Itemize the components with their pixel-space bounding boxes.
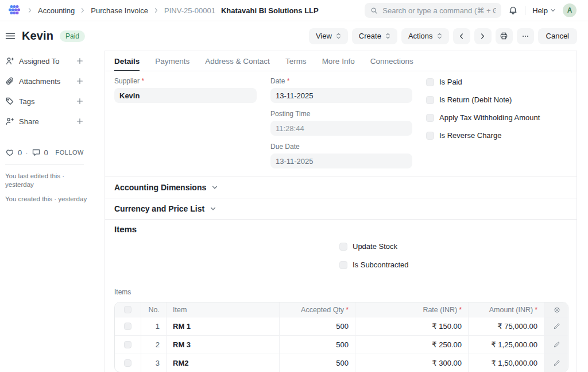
add-attachment-button[interactable] (76, 77, 84, 85)
sidebar-item-attachments: Attachments (5, 76, 84, 86)
rate-cell[interactable]: ₹ 250.00 (355, 336, 468, 354)
checkbox-box[interactable] (426, 132, 434, 140)
tab-more-info[interactable]: More Info (322, 51, 355, 71)
amount-cell[interactable]: ₹ 1,25,000.00 (468, 336, 544, 354)
checkbox-box[interactable] (426, 96, 434, 104)
item-cell[interactable]: RM 3 (166, 336, 279, 354)
next-document-button[interactable] (474, 28, 492, 44)
supplier-field[interactable] (114, 88, 257, 103)
search-input[interactable] (382, 6, 496, 15)
item-cell[interactable]: RM2 (166, 354, 279, 372)
date-field[interactable] (270, 88, 412, 103)
menu-ellipsis-button[interactable] (517, 28, 534, 44)
row-checkbox[interactable] (124, 341, 131, 348)
print-button[interactable] (496, 28, 513, 44)
update-stock-label: Update Stock (353, 242, 397, 251)
last-edited-text: You last edited this · yesterday (5, 172, 91, 189)
apply-tax-withholding-checkbox[interactable]: Apply Tax Withholding Amount (426, 113, 568, 122)
checkbox-box[interactable] (339, 243, 347, 251)
tab-payments[interactable]: Payments (155, 51, 189, 71)
frappe-logo-icon[interactable] (7, 4, 22, 17)
row-checkbox[interactable] (124, 323, 131, 330)
add-share-button[interactable] (76, 117, 84, 125)
rate-cell[interactable]: ₹ 150.00 (355, 317, 468, 335)
items-grid-row: 1 RM 1 500 ₹ 150.00 ₹ 75,000.00 (115, 317, 568, 335)
cancel-button[interactable]: Cancel (538, 28, 577, 44)
chevron-right-icon (479, 32, 486, 40)
comment-icon[interactable] (32, 148, 41, 157)
printer-icon (500, 32, 508, 40)
user-avatar[interactable]: A (563, 3, 577, 17)
chevron-down-icon (211, 184, 218, 191)
follow-button[interactable]: FOLLOW (56, 149, 84, 156)
tab-address-contact[interactable]: Address & Contact (205, 51, 270, 71)
qty-cell[interactable]: 500 (279, 317, 355, 335)
row-index: 1 (141, 317, 166, 335)
notification-bell-icon[interactable] (508, 6, 518, 16)
is-subcontracted-checkbox[interactable]: Is Subcontracted (339, 260, 567, 269)
grid-settings-gear-icon[interactable] (553, 306, 561, 314)
breadcrumb-invoice-id[interactable]: PINV-25-00001 (164, 6, 215, 15)
edit-row-pencil-icon[interactable] (553, 323, 560, 330)
amount-cell[interactable]: ₹ 75,000.00 (468, 317, 544, 335)
sidebar-item-tags: Tags (5, 97, 84, 106)
social-row: 0 · 0 FOLLOW (5, 148, 84, 157)
help-menu[interactable]: Help (532, 6, 556, 15)
previous-document-button[interactable] (453, 28, 470, 44)
assign-user-icon (5, 56, 14, 66)
qty-cell[interactable]: 500 (279, 336, 355, 354)
is-reverse-charge-label: Is Reverse Charge (439, 131, 501, 140)
breadcrumb-accounting[interactable]: Accounting (38, 6, 75, 15)
checkbox-box[interactable] (339, 261, 347, 269)
currency-price-list-section-toggle[interactable]: Currency and Price List (105, 198, 577, 219)
chevron-down-icon (210, 205, 216, 212)
edit-row-pencil-icon[interactable] (553, 359, 560, 367)
select-all-checkbox[interactable] (124, 306, 131, 313)
ellipsis-icon (521, 32, 529, 40)
amount-cell[interactable]: ₹ 1,50,000.00 (468, 354, 544, 372)
update-stock-checkbox[interactable]: Update Stock (339, 242, 567, 251)
is-return-label: Is Return (Debit Note) (439, 95, 512, 104)
comment-count[interactable]: 0 (44, 148, 48, 157)
accounting-dimensions-section-toggle[interactable]: Accounting Dimensions (105, 177, 577, 198)
share-label: Share (19, 117, 76, 126)
view-button-label: View (316, 32, 332, 40)
checkbox-box[interactable] (426, 114, 434, 122)
global-search[interactable] (365, 3, 501, 18)
column-header-no: No. (141, 302, 166, 317)
is-return-checkbox[interactable]: Is Return (Debit Note) (426, 95, 568, 104)
tab-details[interactable]: Details (114, 51, 140, 71)
breadcrumb-purchase-invoice[interactable]: Purchase Invoice (91, 6, 148, 15)
qty-cell[interactable]: 500 (279, 354, 355, 372)
is-paid-checkbox[interactable]: Is Paid (426, 78, 568, 86)
item-cell[interactable]: RM 1 (166, 317, 279, 335)
create-button[interactable]: Create (352, 28, 397, 44)
required-asterisk: * (535, 306, 537, 314)
tag-icon (5, 97, 14, 106)
apply-tax-withholding-label: Apply Tax Withholding Amount (439, 113, 540, 122)
tab-terms[interactable]: Terms (285, 51, 307, 71)
currency-price-list-title: Currency and Price List (114, 204, 204, 213)
posting-time-label: Posting Time (270, 110, 412, 118)
items-grid-label: Items (114, 288, 567, 296)
required-asterisk: * (287, 77, 290, 85)
posting-time-field[interactable] (270, 121, 412, 136)
due-date-field[interactable] (270, 154, 412, 168)
like-heart-icon[interactable] (5, 148, 14, 157)
tab-connections[interactable]: Connections (370, 51, 413, 71)
checkbox-box[interactable] (426, 78, 434, 86)
breadcrumb-document-name: Khatavahi BI Solutions LLP (221, 6, 319, 15)
actions-button[interactable]: Actions (401, 28, 449, 44)
sidebar-toggle-icon[interactable] (5, 32, 16, 40)
add-tag-button[interactable] (76, 97, 84, 105)
is-reverse-charge-checkbox[interactable]: Is Reverse Charge (426, 131, 568, 140)
select-chevrons-icon (336, 32, 341, 40)
is-paid-label: Is Paid (439, 78, 462, 86)
edit-row-pencil-icon[interactable] (553, 341, 560, 348)
row-checkbox[interactable] (124, 359, 131, 367)
add-assignment-button[interactable] (76, 57, 84, 65)
column-header-rate: Rate (INR)* (355, 302, 468, 317)
rate-cell[interactable]: ₹ 300.00 (355, 354, 468, 372)
view-button[interactable]: View (309, 28, 348, 44)
like-count[interactable]: 0 (18, 148, 22, 157)
